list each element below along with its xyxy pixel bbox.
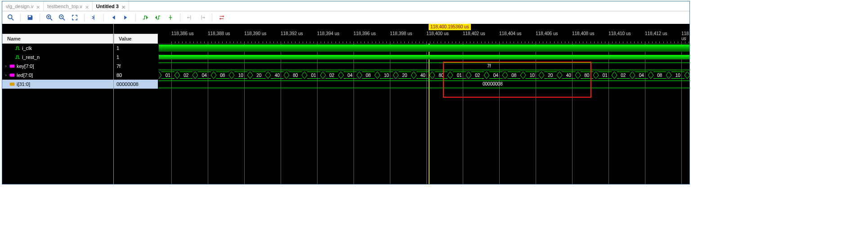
bus-segment: 20 bbox=[689, 72, 690, 79]
svg-line-1 bbox=[12, 18, 13, 20]
svg-line-52 bbox=[323, 75, 326, 79]
svg-line-56 bbox=[341, 75, 344, 79]
tab-label: testbench_top.v bbox=[47, 4, 82, 9]
svg-line-19 bbox=[177, 72, 180, 75]
ruler-tick: 118,402 us bbox=[463, 31, 485, 36]
bus-icon bbox=[9, 72, 15, 78]
svg-line-43 bbox=[286, 72, 289, 75]
svg-line-31 bbox=[232, 72, 234, 75]
svg-line-36 bbox=[250, 75, 253, 79]
save-icon[interactable] bbox=[26, 14, 34, 22]
chevron-right-icon[interactable]: › bbox=[4, 82, 8, 86]
search-icon[interactable] bbox=[7, 14, 15, 22]
tab-untitled-3[interactable]: Untitled 3 ✕ bbox=[93, 1, 129, 11]
bus-segment: 20 bbox=[397, 72, 413, 79]
cursor-marker[interactable]: 118,400.195360 us bbox=[429, 24, 471, 30]
add-marker-icon[interactable] bbox=[166, 14, 174, 22]
signal-name: i_clk bbox=[22, 45, 32, 51]
bus-segment: 10 bbox=[670, 72, 686, 79]
svg-line-16 bbox=[159, 75, 161, 79]
signal-name-list[interactable]: i_clki_rest_n›key[7:0]›led[7:0]›i[31:0] bbox=[2, 44, 113, 184]
time-ruler[interactable]: 118,386 us118,388 us118,390 us118,392 us… bbox=[159, 30, 689, 44]
cursor-bar[interactable]: 118,400.195360 us bbox=[159, 24, 689, 30]
signal-row-name[interactable]: ›led[7:0] bbox=[2, 71, 113, 80]
svg-line-107 bbox=[578, 72, 581, 75]
svg-line-51 bbox=[323, 72, 326, 75]
tab-testbench[interactable]: testbench_top.v ✕ bbox=[44, 1, 93, 11]
svg-line-87 bbox=[487, 72, 489, 75]
close-icon[interactable]: ✕ bbox=[121, 4, 125, 8]
signal-row-name[interactable]: ›i[31:0] bbox=[2, 80, 113, 89]
bus-segment: 40 bbox=[269, 72, 285, 79]
svg-rect-12 bbox=[10, 65, 14, 68]
wire-icon bbox=[15, 45, 20, 51]
bus-segment: 20 bbox=[543, 72, 559, 79]
go-first-icon[interactable] bbox=[109, 14, 117, 22]
bus-segment: 01 bbox=[160, 72, 176, 79]
svg-line-79 bbox=[450, 72, 453, 75]
name-header: Name bbox=[2, 34, 113, 44]
signal-row-name[interactable]: i_clk bbox=[2, 44, 113, 53]
zoom-out-icon[interactable] bbox=[58, 14, 66, 22]
ruler-tick: 118,406 us bbox=[536, 31, 558, 36]
signal-row-value: 1 bbox=[114, 53, 158, 62]
svg-line-75 bbox=[432, 72, 435, 75]
next-edge-icon[interactable] bbox=[154, 14, 162, 22]
go-to-cursor-icon[interactable] bbox=[90, 14, 98, 22]
signal-row-name[interactable]: i_rest_n bbox=[2, 53, 113, 62]
bus-segment: 04 bbox=[197, 72, 212, 79]
swap-icon[interactable] bbox=[218, 14, 226, 22]
signal-row-name[interactable]: ›key[7:0] bbox=[2, 62, 113, 71]
ruler-tick: 118,412 us bbox=[645, 31, 667, 36]
bus-segment: 08 bbox=[361, 72, 376, 79]
ruler-tick: 118,388 us bbox=[208, 31, 230, 36]
signal-value: 00000008 bbox=[116, 81, 139, 87]
zoom-fit-icon[interactable] bbox=[71, 14, 79, 22]
signal-value: 7f bbox=[116, 63, 121, 69]
signal-value-list: 117f8000000008 bbox=[114, 44, 158, 184]
tab-vlg-design[interactable]: vlg_design.v ✕ bbox=[2, 1, 44, 11]
svg-line-83 bbox=[469, 72, 471, 75]
wave-row-led: 0102040810204080010204081020408001020408… bbox=[159, 71, 689, 80]
ruler-tick: 118,414 us bbox=[681, 31, 689, 41]
remove-left-icon[interactable] bbox=[186, 14, 194, 22]
close-icon[interactable]: ✕ bbox=[36, 4, 40, 8]
bus-segment: 02 bbox=[470, 72, 486, 79]
svg-line-124 bbox=[651, 75, 653, 79]
remove-right-icon[interactable] bbox=[198, 14, 206, 22]
svg-line-15 bbox=[159, 72, 161, 75]
bus-segment: 02 bbox=[324, 72, 340, 79]
svg-line-68 bbox=[396, 75, 398, 79]
bus-segment: 02 bbox=[616, 72, 631, 79]
close-icon[interactable]: ✕ bbox=[85, 4, 89, 8]
svg-line-64 bbox=[377, 75, 380, 79]
svg-line-4 bbox=[50, 18, 52, 20]
svg-line-119 bbox=[632, 72, 635, 75]
tab-bar: vlg_design.v ✕ testbench_top.v ✕ Untitle… bbox=[2, 1, 689, 11]
bus-segment: 08 bbox=[506, 72, 522, 79]
bus-segment: 40 bbox=[561, 72, 577, 79]
svg-line-20 bbox=[177, 75, 180, 79]
waveform-area[interactable]: 118,400.195360 us 118,386 us118,388 us11… bbox=[159, 24, 689, 184]
svg-line-40 bbox=[268, 75, 271, 79]
svg-line-99 bbox=[541, 72, 544, 75]
svg-line-120 bbox=[632, 75, 635, 79]
go-last-icon[interactable] bbox=[122, 14, 130, 22]
svg-line-95 bbox=[523, 72, 526, 75]
zoom-in-icon[interactable] bbox=[45, 14, 54, 22]
svg-line-116 bbox=[614, 75, 617, 79]
bus-segment: 04 bbox=[488, 72, 504, 79]
svg-line-123 bbox=[651, 72, 653, 75]
value-header: Value bbox=[114, 34, 158, 44]
chevron-right-icon[interactable]: › bbox=[4, 73, 8, 77]
svg-line-132 bbox=[687, 75, 690, 79]
bus-icon bbox=[9, 81, 15, 87]
prev-edge-icon[interactable] bbox=[141, 14, 149, 22]
bus-segment: 04 bbox=[634, 72, 649, 79]
svg-line-108 bbox=[578, 75, 581, 79]
svg-point-0 bbox=[8, 15, 12, 19]
bus-segment: 01 bbox=[306, 72, 322, 79]
signal-name: i_rest_n bbox=[22, 54, 40, 60]
wave-row-clk bbox=[159, 44, 689, 53]
chevron-right-icon[interactable]: › bbox=[4, 64, 8, 68]
